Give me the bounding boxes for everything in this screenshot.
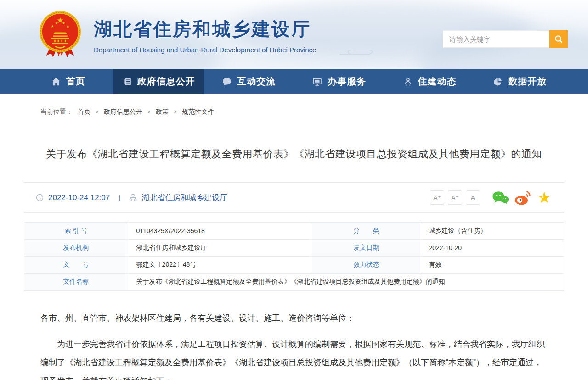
nav-item-label: 数据开放: [508, 75, 547, 88]
breadcrumb-item-normative-docs[interactable]: 规范性文件: [182, 108, 214, 116]
article: 关于发布《湖北省建设工程概算定额及全费用基价表》《湖北省建设项目总投资组成及其他…: [24, 147, 564, 380]
font-decrease-button[interactable]: A⁻: [448, 190, 462, 205]
nav-item-label: 办事服务: [328, 75, 366, 88]
page-title: 关于发布《湖北省建设工程概算定额及全费用基价表》《湖北省建设项目总投资组成及其他…: [24, 147, 564, 161]
clock-icon: [36, 194, 44, 201]
table-row: 文件名称 关于发布《湖北省建设工程概算定额及全费用基价表》《湖北省建设项目总投资…: [24, 274, 564, 291]
nav-item-home[interactable]: 首页: [23, 69, 113, 94]
breadcrumb-separator: >: [147, 109, 151, 115]
weibo-share-icon[interactable]: [514, 190, 531, 205]
site-title: 湖北省住房和城乡建设厅: [94, 17, 316, 42]
info-label-index-no: 索 引 号: [24, 223, 128, 240]
font-increase-button[interactable]: A⁺: [430, 190, 444, 205]
chat-bubble-icon: [222, 77, 232, 87]
svg-text:★: ★: [537, 190, 551, 205]
article-meta-tools: A⁺ A⁻ A: [426, 190, 552, 205]
breadcrumb-item-gov-info[interactable]: 政府信息公开: [104, 108, 142, 116]
svg-text:★: ★: [51, 24, 54, 28]
breadcrumb-separator: >: [174, 109, 177, 115]
info-label-validity: 效力状态: [312, 257, 420, 274]
site-subtitle: Department of Housing and Urban-Rural De…: [94, 46, 316, 54]
info-value-category: 城乡建设（含住房）: [420, 223, 564, 240]
search-icon: [554, 34, 563, 44]
article-source: 湖北省住房和城乡建设厅: [141, 192, 227, 203]
banner-cloud-art: [339, 46, 408, 56]
nav-item-news[interactable]: 住建动态: [384, 69, 475, 94]
info-value-issuer: 湖北省住房和城乡建设厅: [128, 240, 312, 257]
svg-text:z: z: [542, 194, 544, 199]
nav-item-label: 住建动态: [418, 75, 457, 88]
nav-item-open-data[interactable]: 数据开放: [475, 69, 565, 94]
breadcrumb-separator: >: [96, 109, 99, 115]
publish-time: 2022-10-24 12:07: [48, 193, 110, 202]
body-paragraph: 各市、州、直管市、神农架林区住建局，各有关建设、设计、施工、造价咨询等单位：: [40, 309, 548, 327]
table-row: 发布机构 湖北省住房和城乡建设厅 发文日期 2022-10-20: [24, 240, 564, 257]
main-nav: 首页 政府信息公开 互动交流: [0, 69, 588, 94]
home-icon: [51, 77, 61, 87]
nav-item-label: 互动交流: [237, 75, 276, 88]
nav-item-label: 首页: [66, 75, 85, 88]
person-badge-icon: [403, 77, 413, 87]
info-value-doc-name: 关于发布《湖北省建设工程概算定额及全费用基价表》《湖北省建设项目总投资组成及其他…: [128, 274, 564, 291]
search-input[interactable]: [443, 30, 549, 48]
table-row: 索 引 号 01104325X/2022-35618 分 类 城乡建设（含住房）: [24, 223, 564, 240]
info-value-doc-no: 鄂建文〔2022〕48号: [128, 257, 312, 274]
font-reset-button[interactable]: A: [466, 190, 480, 205]
article-meta-left: 2022-10-24 12:07 | 湖北省住房和城乡建设厅: [36, 192, 227, 203]
table-row: 文 号 鄂建文〔2022〕48号 效力状态 有效: [24, 257, 564, 274]
breadcrumb-item-policy[interactable]: 政策: [156, 108, 169, 116]
svg-text:★: ★: [66, 24, 69, 28]
body-paragraph: 为进一步完善我省计价依据体系，满足工程项目投资估算、设计概算的编制需要，根据国家…: [40, 335, 548, 380]
source-org-icon: [129, 194, 137, 201]
nav-item-gov-info[interactable]: 政府信息公开: [113, 69, 204, 94]
site-banner: ★ ★ ★ ★ ★ 湖北省住房和城乡建设厅 Department of Hous…: [0, 0, 588, 69]
info-label-issue-date: 发文日期: [312, 240, 420, 257]
site-search: [443, 30, 568, 48]
info-value-index-no: 01104325X/2022-35618: [128, 223, 312, 240]
wechat-share-icon[interactable]: [492, 190, 509, 205]
nav-item-label: 政府信息公开: [137, 75, 195, 88]
svg-text:★: ★: [62, 21, 65, 25]
document-info-table: 索 引 号 01104325X/2022-35618 分 类 城乡建设（含住房）…: [24, 222, 564, 291]
info-label-doc-name: 文件名称: [24, 274, 128, 291]
nav-item-interaction[interactable]: 互动交流: [204, 69, 294, 94]
breadcrumb-prefix: 当前位置：: [40, 108, 73, 116]
info-label-issuer: 发布机构: [24, 240, 128, 257]
breadcrumb: 当前位置： 首页 > 政府信息公开 > 政策 > 规范性文件: [40, 108, 588, 116]
article-meta-bar: 2022-10-24 12:07 | 湖北省住房和城乡建设厅 A⁺ A⁻ A: [24, 182, 564, 213]
qzone-share-icon[interactable]: ★ z: [537, 190, 552, 205]
nav-item-services[interactable]: 办事服务: [294, 69, 384, 94]
breadcrumb-item-home[interactable]: 首页: [78, 108, 90, 116]
info-label-category: 分 类: [312, 223, 420, 240]
meta-separator: |: [119, 194, 120, 201]
document-icon: [122, 77, 132, 87]
pie-chart-icon: [493, 77, 503, 87]
info-value-issue-date: 2022-10-20: [420, 240, 564, 257]
monitor-icon: [312, 77, 322, 87]
svg-text:★: ★: [55, 21, 58, 25]
national-emblem-logo: ★ ★ ★ ★ ★: [38, 11, 83, 59]
article-body: 各市、州、直管市、神农架林区住建局，各有关建设、设计、施工、造价咨询等单位： 为…: [40, 309, 548, 380]
search-button[interactable]: [549, 30, 568, 48]
site-brand: ★ ★ ★ ★ ★ 湖北省住房和城乡建设厅 Department of Hous…: [38, 11, 316, 59]
info-label-doc-no: 文 号: [24, 257, 128, 274]
info-value-validity: 有效: [420, 257, 564, 274]
